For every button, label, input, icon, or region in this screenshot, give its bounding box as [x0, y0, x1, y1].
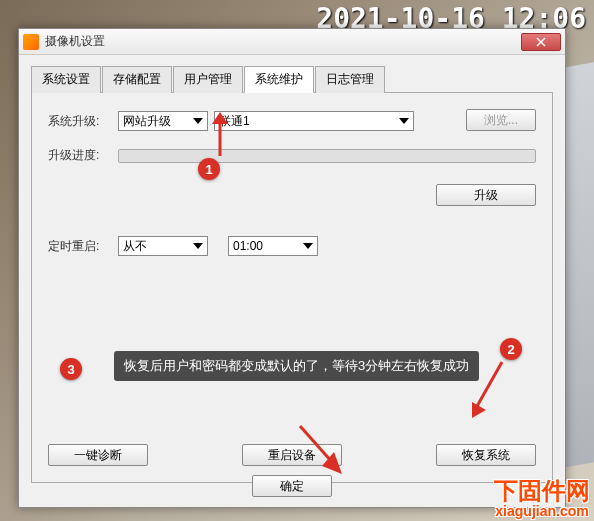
watermark-en: xiagujian.com [494, 503, 590, 519]
close-button[interactable] [521, 33, 561, 51]
tab-panel-maintenance: 浏览... 系统升级: 网站升级 联通1 升级进度: 升级 定时重启: [31, 93, 553, 483]
tabstrip: 系统设置 存储配置 用户管理 系统维护 日志管理 [31, 65, 553, 93]
upgrade-button-row: 升级 [48, 184, 536, 206]
ok-row: 确定 [19, 475, 565, 497]
diagnose-button[interactable]: 一键诊断 [48, 444, 148, 466]
progress-row: 升级进度: [48, 147, 536, 164]
upgrade-button[interactable]: 升级 [436, 184, 536, 206]
reboot-time-select[interactable]: 01:00 [228, 236, 318, 256]
svg-line-6 [300, 426, 332, 462]
tab-system-maintenance[interactable]: 系统维护 [244, 66, 314, 93]
annotation-arrow-1 [208, 112, 232, 158]
annotation-arrow-2 [470, 360, 510, 420]
restore-system-button[interactable]: 恢复系统 [436, 444, 536, 466]
browse-button[interactable]: 浏览... [466, 109, 536, 131]
progress-bar [118, 149, 536, 163]
annotation-marker-2: 2 [500, 338, 522, 360]
bottom-button-row: 一键诊断 重启设备 恢复系统 [48, 444, 536, 466]
restore-tooltip: 恢复后用户和密码都变成默认的了，等待3分钟左右恢复成功 [114, 351, 479, 381]
upgrade-row: 系统升级: 网站升级 联通1 [48, 111, 536, 131]
svg-line-4 [476, 362, 502, 408]
svg-marker-3 [212, 112, 228, 124]
reboot-frequency-select[interactable]: 从不 [118, 236, 208, 256]
progress-label: 升级进度: [48, 147, 118, 164]
ok-button[interactable]: 确定 [252, 475, 332, 497]
tab-storage-config[interactable]: 存储配置 [102, 66, 172, 93]
tab-log-management[interactable]: 日志管理 [315, 66, 385, 93]
titlebar[interactable]: 摄像机设置 [19, 29, 565, 55]
tab-user-management[interactable]: 用户管理 [173, 66, 243, 93]
reboot-label: 定时重启: [48, 238, 118, 255]
upgrade-label: 系统升级: [48, 113, 118, 130]
tab-system-settings[interactable]: 系统设置 [31, 66, 101, 93]
dialog-body: 系统设置 存储配置 用户管理 系统维护 日志管理 浏览... 系统升级: 网站升… [19, 55, 565, 507]
watermark: 下固件网 xiagujian.com [494, 479, 590, 519]
app-icon [23, 34, 39, 50]
annotation-marker-1: 1 [198, 158, 220, 180]
scheduled-reboot-row: 定时重启: 从不 01:00 [48, 236, 536, 256]
annotation-marker-3: 3 [60, 358, 82, 380]
upgrade-method-select[interactable]: 网站升级 [118, 111, 208, 131]
dialog-title: 摄像机设置 [45, 33, 521, 50]
close-icon [536, 37, 546, 47]
annotation-arrow-3 [296, 422, 346, 476]
camera-settings-dialog: 摄像机设置 系统设置 存储配置 用户管理 系统维护 日志管理 浏览... 系统升… [18, 28, 566, 508]
watermark-cn: 下固件网 [494, 479, 590, 503]
upgrade-channel-select[interactable]: 联通1 [214, 111, 414, 131]
